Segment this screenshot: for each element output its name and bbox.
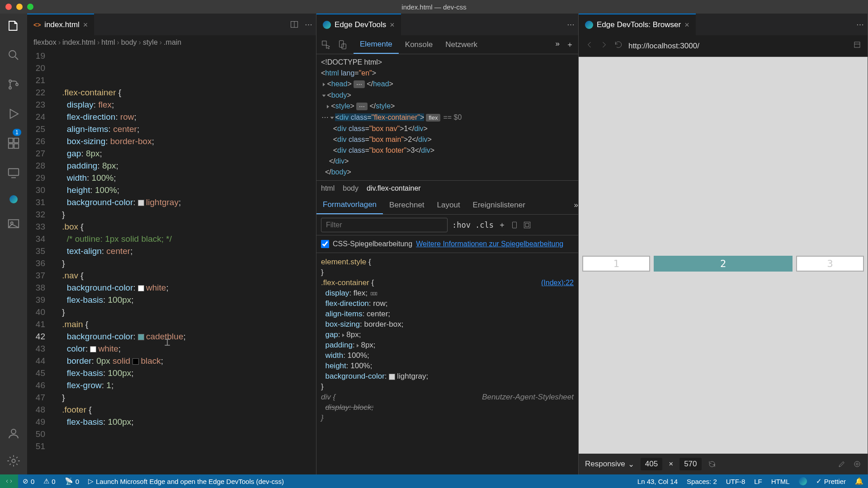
dom-breadcrumb[interactable]: html body div.flex-container [316,180,578,196]
device-emulation-icon[interactable] [337,40,347,50]
breadcrumb-item[interactable]: html [101,38,115,47]
rendered-box-main: 2 [654,256,793,272]
viewport-width[interactable]: 405 [641,458,662,470]
status-prettier[interactable]: ✓ Prettier [811,477,850,485]
crumb-flex[interactable]: div.flex-container [367,184,421,192]
responsive-selector[interactable]: Responsive ⌄ [585,460,634,469]
hov-toggle[interactable]: :hov [452,221,471,230]
breadcrumb-item[interactable]: style [143,38,158,47]
rule-source-link[interactable]: (Index):22 [541,277,574,288]
browser-tab-row: Edge DevTools: Browser × ⋯ [579,14,868,35]
add-rule-icon[interactable]: ＋ [498,220,506,230]
breadcrumb-item[interactable]: flexbox [33,38,57,47]
browser-viewport[interactable]: 1 2 3 Responsive ⌄ 405 × 570 [579,57,868,474]
explorer-icon[interactable] [7,19,20,35]
search-icon[interactable] [7,48,20,64]
close-tab-icon[interactable]: × [390,20,395,30]
status-encoding[interactable]: UTF-8 [722,477,750,485]
flex-badge-icon[interactable] [370,290,378,298]
remote-explorer-icon[interactable] [7,166,20,182]
accounts-icon[interactable] [7,427,20,443]
svg-point-24 [854,461,860,467]
more-actions-icon[interactable]: ⋯ [566,20,575,29]
close-tab-icon[interactable]: × [684,20,689,30]
devtools-tab[interactable]: Edge DevTools × [316,14,401,35]
minimize-window-button[interactable] [16,4,23,10]
image-icon[interactable] [7,217,20,233]
extension-badge: 1 [13,129,21,136]
computed-icon[interactable] [523,221,531,229]
status-warnings[interactable]: ⚠ 0 [39,477,60,485]
dom-tree[interactable]: <!DOCTYPE html> <html lang="en"> <head>⋯… [316,54,578,180]
more-actions-icon[interactable]: ⋯ [856,20,864,29]
remote-indicator[interactable] [0,474,18,488]
text-cursor-icon: Ꮖ [165,337,170,349]
svg-point-11 [11,429,16,434]
crumb-html[interactable]: html [321,184,335,192]
tab-berechnet[interactable]: Berechnet [383,196,431,214]
url-bar[interactable]: http://localhost:3000/ [628,42,848,51]
viewport-height[interactable]: 570 [679,458,701,470]
maximize-window-button[interactable] [27,4,33,10]
svg-rect-23 [854,42,860,47]
add-tab-icon[interactable]: ＋ [566,39,574,50]
svg-point-12 [12,459,15,463]
code-lines[interactable]: Ꮖ .flex-container { display: flex; flex-… [52,50,316,474]
mirror-checkbox[interactable] [321,240,329,248]
tab-konsole[interactable]: Konsole [399,35,439,54]
status-eol[interactable]: LF [750,477,767,485]
run-debug-icon[interactable] [7,107,20,123]
split-editor-icon[interactable] [290,20,299,29]
browser-tab[interactable]: Edge DevTools: Browser × [579,14,696,35]
devtools-inner-tabs: Elemente Konsole Netzwerk » ＋ [316,35,578,54]
source-control-icon[interactable] [7,78,20,94]
close-tab-icon[interactable]: × [83,20,88,30]
window-title: index.html — dev-css [401,3,466,11]
tab-filename: index.html [44,20,79,29]
breadcrumb-item[interactable]: index.html [62,38,95,47]
tab-layout[interactable]: Layout [431,196,467,214]
breadcrumb-item[interactable]: body [121,38,137,47]
status-spaces[interactable]: Spaces: 2 [682,477,722,485]
status-errors[interactable]: ⊘ 0 [18,477,39,485]
styles-rules[interactable]: element.style { } (Index):22.flex-contai… [316,253,578,474]
rotate-icon[interactable] [708,460,716,468]
mirror-link[interactable]: Weitere Informationen zur Spiegelbearbei… [416,240,563,248]
tab-netzwerk[interactable]: Netzwerk [439,35,484,54]
svg-point-3 [16,84,18,86]
close-window-button[interactable] [5,4,12,10]
tab-formatvorlagen[interactable]: Formatvorlagen [316,196,383,214]
more-actions-icon[interactable]: ⋯ [304,20,312,29]
tab-ereignislistener[interactable]: Ereignislistener [467,196,532,214]
edge-tools-icon[interactable] [9,195,18,203]
breadcrumb-bar[interactable]: flexbox › index.html › html › body › sty… [27,35,316,50]
settings-gear-icon[interactable] [7,454,20,470]
status-cursor[interactable]: Ln 43, Col 14 [633,477,682,485]
inspect-icon[interactable] [321,40,331,50]
bookmark-icon[interactable] [853,41,861,51]
status-launch[interactable]: ▷ Launch Microsoft Edge and open the Edg… [84,477,288,485]
breadcrumb-item[interactable]: .main [164,38,181,47]
status-bell-icon[interactable]: 🔔 [850,477,868,485]
workspace: 1 <> index.html × ⋯ [0,14,868,474]
status-ports[interactable]: 📡 0 [60,477,84,485]
edit-icon[interactable] [838,460,846,468]
status-language[interactable]: HTML [767,477,794,485]
target-icon[interactable] [853,460,861,468]
extensions-icon[interactable] [7,136,20,152]
more-tabs-icon[interactable]: » [556,39,560,50]
tab-elemente[interactable]: Elemente [354,35,399,54]
status-edge-icon[interactable] [794,477,811,485]
file-tab-index[interactable]: <> index.html × [27,14,94,35]
traffic-lights[interactable] [0,4,33,10]
device-icon[interactable] [510,221,519,229]
crumb-body[interactable]: body [343,184,359,192]
svg-rect-7 [14,144,19,148]
forward-button[interactable] [599,40,609,52]
back-button[interactable] [585,40,594,52]
reload-button[interactable] [614,40,623,52]
code-viewport[interactable]: 1920212223242526272829303132333435363738… [27,50,316,474]
filter-input[interactable] [321,218,448,232]
more-subtabs-icon[interactable]: » [574,201,578,210]
cls-toggle[interactable]: .cls [475,221,494,230]
